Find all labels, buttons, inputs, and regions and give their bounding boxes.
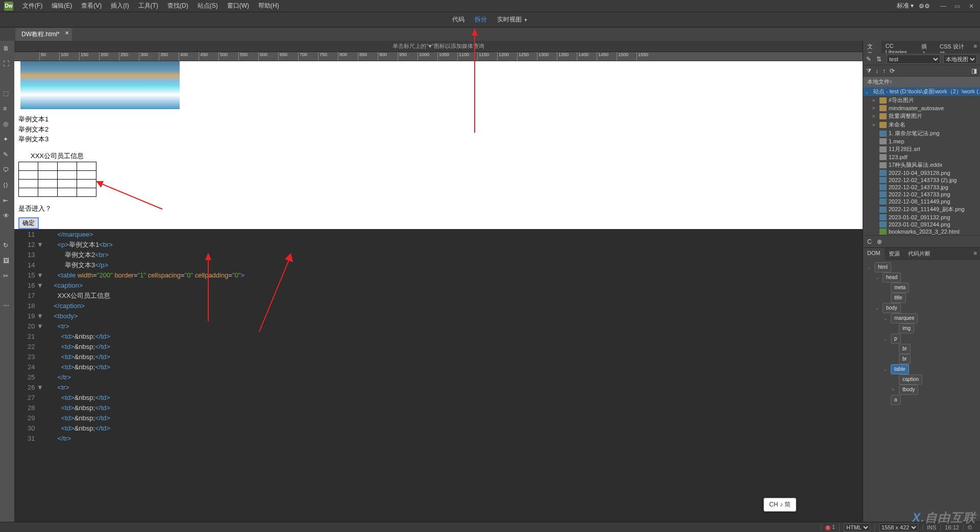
- code-line[interactable]: </caption>: [50, 301, 863, 311]
- tab-snippets[interactable]: 代码片断: [904, 248, 935, 260]
- file-row[interactable]: 1. 康奈尔笔记法.png: [863, 129, 980, 138]
- tab-css-designer[interactable]: CSS 设计器: [936, 41, 971, 53]
- dom-tag[interactable]: marquee: [891, 313, 918, 323]
- file-row[interactable]: 1.mep: [863, 138, 980, 145]
- dom-node[interactable]: ⌄head: [865, 272, 978, 283]
- code-line[interactable]: <td>&nbsp;</td>: [50, 403, 863, 413]
- code-line[interactable]: <td>&nbsp;</td>: [50, 413, 863, 423]
- code-line[interactable]: <table width="200" border="1" cellspacin…: [50, 270, 863, 281]
- file-row[interactable]: >未命名: [863, 120, 980, 129]
- dom-tag[interactable]: html: [874, 262, 891, 272]
- design-view[interactable]: 举例文本1 举例文本2 举例文本3 XXX公司员工信息 是否进入？ 确定: [14, 61, 863, 230]
- menu-site[interactable]: 站点(S): [193, 0, 222, 12]
- site-select[interactable]: test: [887, 55, 940, 64]
- file-mgmt-icon[interactable]: 🗎: [3, 45, 11, 53]
- expand-panel-icon[interactable]: ◨: [971, 67, 977, 74]
- table-caption[interactable]: XXX公司员工信息: [31, 151, 863, 161]
- sync-icon[interactable]: ⚙⚙: [919, 3, 930, 10]
- dom-tag[interactable]: meta: [891, 283, 909, 293]
- settings-icon[interactable]: ⊕: [877, 238, 882, 245]
- dom-node[interactable]: meta: [865, 283, 978, 293]
- design-image[interactable]: [20, 61, 180, 109]
- status-error[interactable]: ! 1: [821, 524, 839, 530]
- file-row[interactable]: 2022-12-08_111449_副本.png: [863, 205, 980, 214]
- dom-node[interactable]: ⌄body: [865, 303, 978, 313]
- tab-files[interactable]: 文件: [863, 41, 881, 53]
- minimize-icon[interactable]: —: [940, 3, 947, 10]
- code-view[interactable]: 11 12 ▼13 14 15 ▼16 ▼17 18 19 ▼20 ▼21 22…: [14, 230, 863, 522]
- menu-insert[interactable]: 插入(I): [107, 0, 133, 12]
- file-tree[interactable]: ⌄ 站点 - test (D:\tools\桌面\work（2）\work (.…: [863, 87, 980, 235]
- view-split[interactable]: 拆分: [475, 15, 487, 24]
- dom-tag[interactable]: p: [891, 334, 901, 344]
- file-row[interactable]: 2022-12-02_143733.png: [863, 191, 980, 198]
- recent-icon[interactable]: ↻: [3, 242, 11, 250]
- brush-icon[interactable]: ✎: [3, 151, 11, 159]
- view-code[interactable]: 代码: [452, 15, 464, 24]
- view-live[interactable]: 实时视图▼: [497, 15, 528, 24]
- code-line[interactable]: <caption>: [50, 281, 863, 291]
- collapse-icon[interactable]: ⟨⟩: [3, 182, 11, 190]
- menu-file[interactable]: 文件(F): [18, 0, 46, 12]
- code-line[interactable]: 举例文本2<br>: [50, 250, 863, 260]
- menu-edit[interactable]: 编辑(E): [47, 0, 76, 12]
- dom-tree[interactable]: ⌄html⌄headmetatitle⌄body⌄marqueeimg⌄pbrb…: [863, 260, 980, 407]
- view-select[interactable]: 本地视图: [943, 55, 977, 64]
- dom-node[interactable]: title: [865, 293, 978, 303]
- file-row[interactable]: bookmarks_2023_3_22.html: [863, 228, 980, 235]
- format-icon[interactable]: ≡: [3, 105, 11, 113]
- file-row[interactable]: 17种头脑风暴法.eddx: [863, 161, 980, 169]
- code-line[interactable]: 举例文本3</p>: [50, 260, 863, 270]
- file-row[interactable]: 2023-01-02_091132.png: [863, 214, 980, 221]
- menu-help[interactable]: 帮助(H): [254, 0, 283, 12]
- tab-dom[interactable]: DOM: [863, 248, 885, 260]
- dom-node[interactable]: br: [865, 354, 978, 364]
- file-row[interactable]: 2023-01-02_091244.png: [863, 221, 980, 228]
- code-line[interactable]: <td>&nbsp;</td>: [50, 332, 863, 342]
- code-line[interactable]: <tbody>: [50, 311, 863, 321]
- define-site-icon[interactable]: ✎: [866, 56, 873, 63]
- refresh-icon[interactable]: C: [867, 238, 872, 245]
- comment-icon[interactable]: 🗩: [3, 166, 11, 174]
- dom-tag[interactable]: tbody: [899, 385, 918, 395]
- dom-node[interactable]: a: [865, 395, 978, 405]
- code-line[interactable]: <td>&nbsp;</td>: [50, 362, 863, 372]
- site-root-row[interactable]: ⌄ 站点 - test (D:\tools\桌面\work（2）\work (.…: [863, 87, 980, 96]
- panel-menu-icon[interactable]: ≡: [971, 248, 980, 260]
- file-row[interactable]: 123.pdf: [863, 154, 980, 161]
- image-icon[interactable]: 🖼: [3, 257, 11, 265]
- filter-icon[interactable]: ⧩: [866, 67, 871, 74]
- dom-tag[interactable]: a: [891, 395, 901, 405]
- files-section-header[interactable]: 本地文件↑: [863, 77, 980, 87]
- file-row[interactable]: 2022-12-02_143733 (2).jpg: [863, 176, 980, 184]
- close-icon[interactable]: ✕: [969, 3, 976, 10]
- select-icon[interactable]: ⬚: [3, 90, 11, 98]
- code-line[interactable]: XXX公司员工信息: [50, 291, 863, 301]
- dom-node[interactable]: >tbody: [865, 385, 978, 395]
- menu-tools[interactable]: 工具(T): [134, 0, 162, 12]
- code-line[interactable]: </tr>: [50, 372, 863, 383]
- design-table[interactable]: [18, 162, 96, 197]
- code-line[interactable]: <td>&nbsp;</td>: [50, 423, 863, 434]
- file-row[interactable]: >#导出图片: [863, 96, 980, 105]
- status-language-select[interactable]: HTML: [844, 523, 870, 531]
- dom-node[interactable]: ⌄marquee: [865, 313, 978, 323]
- horizontal-ruler[interactable]: 5010015020025030035040045050055060065070…: [14, 52, 863, 61]
- design-text-line[interactable]: 举例文本2: [18, 124, 863, 135]
- collapse-all-icon[interactable]: ↓: [875, 67, 878, 74]
- file-row[interactable]: 2022-12-02_143733.jpg: [863, 184, 980, 191]
- file-row[interactable]: 2022-10-04_093128.png: [863, 169, 980, 176]
- menu-window[interactable]: 窗口(W): [223, 0, 253, 12]
- tab-cc-libraries[interactable]: CC Libraries: [881, 41, 918, 53]
- workspace-label[interactable]: 标准 ▾: [897, 2, 914, 10]
- extract-icon[interactable]: ✂: [3, 272, 11, 281]
- file-row[interactable]: 11月28日.srt: [863, 145, 980, 154]
- design-text-line[interactable]: 举例文本3: [18, 134, 863, 144]
- wand-icon[interactable]: ✦: [3, 136, 11, 144]
- dom-node[interactable]: caption: [865, 374, 978, 385]
- dom-tag[interactable]: head: [883, 272, 901, 283]
- dom-tag[interactable]: body: [883, 303, 901, 313]
- document-tab[interactable]: DW教程.html* ✕: [15, 28, 72, 41]
- dom-node[interactable]: ⌄table: [865, 364, 978, 374]
- menu-view[interactable]: 查看(V): [77, 0, 106, 12]
